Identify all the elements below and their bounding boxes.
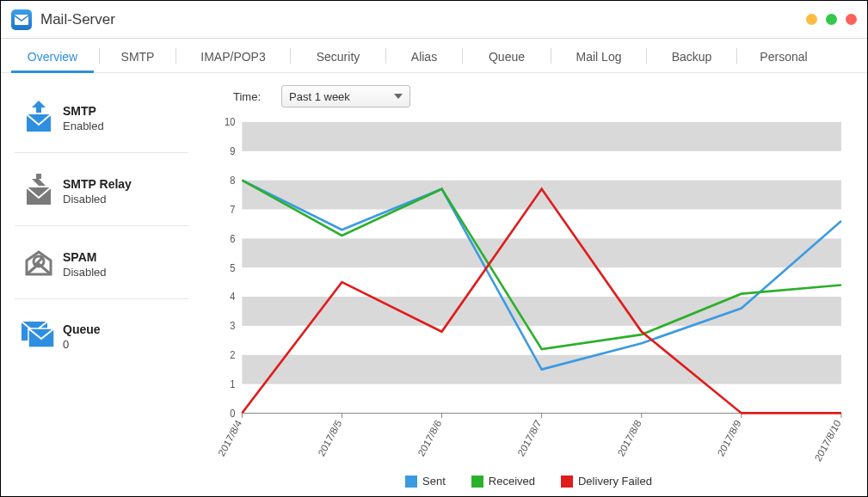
svg-rect-9 <box>242 238 841 267</box>
tab-separator <box>646 48 647 64</box>
window-controls <box>806 14 857 25</box>
legend-sent: Sent <box>405 475 446 488</box>
legend-swatch-failed <box>561 476 573 488</box>
legend-swatch-sent <box>405 476 417 488</box>
sidebar-item-status: Disabled <box>63 193 132 206</box>
sidebar-item-title: SMTP Relay <box>63 177 132 191</box>
maximize-button[interactable] <box>826 14 837 25</box>
time-select-value: Past 1 week <box>289 90 350 103</box>
body: SMTP Enabled SMTP Relay Disabled <box>1 73 867 496</box>
svg-text:2017/8/4: 2017/8/4 <box>216 418 243 458</box>
chart-legend: Sent Received Delivery Failed <box>207 469 850 496</box>
sidebar-item-smtp-relay[interactable]: SMTP Relay Disabled <box>15 152 188 225</box>
svg-text:6: 6 <box>230 233 235 243</box>
tab-alias[interactable]: Alias <box>391 41 457 72</box>
sidebar-item-spam[interactable]: SPAM Disabled <box>15 225 188 298</box>
svg-text:4: 4 <box>230 291 236 302</box>
sidebar-item-smtp[interactable]: SMTP Enabled <box>15 90 188 152</box>
svg-text:7: 7 <box>230 204 235 214</box>
svg-text:2017/8/7: 2017/8/7 <box>516 418 544 458</box>
tab-smtp[interactable]: SMTP <box>105 41 170 72</box>
tab-queue[interactable]: Queue <box>468 41 545 72</box>
svg-text:8: 8 <box>230 175 235 186</box>
window: Mail-Server OverviewSMTPIMAP/POP3Securit… <box>0 0 868 497</box>
sidebar-item-title: SPAM <box>63 250 107 264</box>
tab-security[interactable]: Security <box>296 41 380 72</box>
tab-separator <box>99 48 100 64</box>
sidebar-item-queue[interactable]: Queue 0 <box>15 298 188 370</box>
svg-text:2017/8/5: 2017/8/5 <box>317 418 344 458</box>
tab-separator <box>462 48 463 64</box>
titlebar: Mail-Server <box>1 1 867 39</box>
svg-text:5: 5 <box>230 262 235 273</box>
sidebar-item-title: SMTP <box>63 104 104 118</box>
chevron-down-icon <box>394 94 403 99</box>
tab-separator <box>736 48 737 64</box>
sidebar: SMTP Enabled SMTP Relay Disabled <box>1 73 199 496</box>
legend-received: Received <box>471 475 535 488</box>
app-icon <box>11 9 32 30</box>
tab-separator <box>385 48 386 64</box>
tab-bar: OverviewSMTPIMAP/POP3SecurityAliasQueueM… <box>1 39 867 73</box>
chart: 0123456789102017/8/42017/8/52017/8/62017… <box>207 113 850 469</box>
svg-text:10: 10 <box>225 117 235 127</box>
time-select[interactable]: Past 1 week <box>281 85 410 107</box>
minimize-button[interactable] <box>806 14 817 25</box>
svg-text:2017/8/6: 2017/8/6 <box>416 418 444 458</box>
tab-separator <box>551 48 551 64</box>
tab-separator <box>290 48 291 64</box>
tab-overview[interactable]: Overview <box>11 41 94 72</box>
smtp-relay-icon <box>15 172 63 210</box>
legend-failed: Delivery Failed <box>561 475 652 488</box>
svg-text:1: 1 <box>230 379 235 390</box>
svg-text:2: 2 <box>230 350 235 360</box>
svg-rect-10 <box>242 181 841 210</box>
app-title: Mail-Server <box>40 11 115 28</box>
svg-rect-0 <box>15 15 28 25</box>
svg-rect-11 <box>242 122 841 151</box>
spam-icon <box>15 245 63 283</box>
sidebar-item-status: 0 <box>63 338 101 351</box>
svg-text:2017/8/8: 2017/8/8 <box>616 418 643 458</box>
tab-personal[interactable]: Personal <box>742 41 825 72</box>
time-label: Time: <box>233 90 261 103</box>
sidebar-item-status: Disabled <box>63 266 107 279</box>
legend-swatch-received <box>471 476 483 488</box>
svg-text:2017/8/10: 2017/8/10 <box>813 418 843 463</box>
main-panel: Time: Past 1 week 0123456789102017/8/420… <box>199 73 867 496</box>
tab-mail-log[interactable]: Mail Log <box>557 41 641 72</box>
time-filter-row: Time: Past 1 week <box>207 85 850 107</box>
svg-text:9: 9 <box>230 146 235 156</box>
svg-text:2017/8/9: 2017/8/9 <box>716 418 743 458</box>
smtp-send-icon <box>15 99 63 137</box>
svg-text:0: 0 <box>230 408 235 418</box>
svg-text:3: 3 <box>230 321 235 331</box>
sidebar-item-title: Queue <box>63 322 101 336</box>
close-button[interactable] <box>846 14 857 25</box>
tab-backup[interactable]: Backup <box>652 41 731 72</box>
sidebar-item-status: Enabled <box>63 120 104 132</box>
tab-imap-pop3[interactable]: IMAP/POP3 <box>182 41 285 72</box>
tab-separator <box>175 48 176 64</box>
queue-icon <box>15 318 63 354</box>
